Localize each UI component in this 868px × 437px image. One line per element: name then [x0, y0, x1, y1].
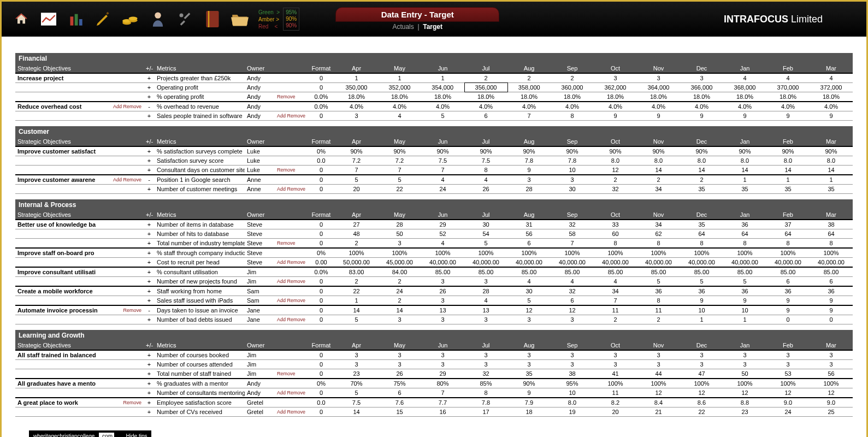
value-cell[interactable]: 2 [378, 277, 421, 287]
value-cell[interactable]: 370,000 [766, 83, 810, 92]
value-cell[interactable]: 80% [421, 379, 464, 388]
value-cell[interactable]: 18.0% [335, 92, 378, 102]
row-action-link[interactable]: Remove [277, 371, 296, 376]
value-cell[interactable]: 75% [378, 379, 421, 388]
value-cell[interactable]: 2 [594, 315, 637, 324]
value-cell[interactable]: 8.6 [680, 398, 723, 408]
value-cell[interactable]: 3 [464, 360, 507, 369]
value-cell[interactable]: 28 [507, 185, 551, 194]
value-cell[interactable]: 9 [723, 111, 766, 121]
value-cell[interactable]: 7 [378, 166, 421, 175]
value-cell[interactable]: 366,000 [680, 83, 723, 92]
value-cell[interactable]: 35 [680, 220, 723, 229]
value-cell[interactable]: 3 [723, 360, 766, 369]
row-action-link[interactable]: Add Remove [277, 409, 305, 415]
value-cell[interactable]: 14 [637, 166, 680, 175]
value-cell[interactable]: 10 [723, 305, 766, 315]
value-cell[interactable]: 8 [766, 239, 810, 249]
value-cell[interactable]: 40,000.00 [766, 258, 810, 268]
value-cell[interactable]: 8 [551, 111, 594, 121]
value-cell[interactable]: 40,000.00 [810, 258, 853, 268]
value-cell[interactable]: 3 [421, 350, 464, 360]
value-cell[interactable]: 9 [723, 296, 766, 306]
value-cell[interactable]: 18.0% [421, 92, 464, 102]
value-cell[interactable]: 35 [766, 185, 810, 194]
value-cell[interactable]: 24 [378, 286, 421, 296]
value-cell[interactable]: 4.0% [766, 102, 810, 111]
value-cell[interactable]: 5 [464, 239, 507, 249]
value-cell[interactable]: 3 [378, 315, 421, 324]
value-cell[interactable]: 34 [637, 185, 680, 194]
value-cell[interactable]: 4 [766, 73, 810, 83]
value-cell[interactable]: 8 [680, 239, 723, 249]
value-cell[interactable]: 7.5 [335, 398, 378, 408]
value-cell[interactable]: 1 [766, 175, 810, 185]
value-cell[interactable]: 8.0 [766, 156, 810, 166]
value-cell[interactable]: 3 [507, 315, 551, 324]
value-cell[interactable]: 7.9 [507, 398, 551, 408]
value-cell[interactable]: 7 [551, 239, 594, 249]
value-cell[interactable]: 22 [378, 185, 421, 194]
add-remove-link[interactable]: Remove [123, 308, 141, 313]
value-cell[interactable]: 64 [680, 229, 723, 239]
value-cell[interactable]: 2 [335, 239, 378, 249]
value-cell[interactable]: 34 [594, 286, 637, 296]
value-cell[interactable]: 12 [810, 388, 853, 398]
value-cell[interactable]: 100% [637, 248, 680, 258]
value-cell[interactable]: 31 [507, 220, 551, 229]
value-cell[interactable]: 5 [507, 296, 551, 306]
value-cell[interactable]: 19 [551, 408, 594, 417]
value-cell[interactable]: 100% [507, 248, 551, 258]
value-cell[interactable]: 4.0% [507, 102, 551, 111]
value-cell[interactable]: 40,000.00 [594, 258, 637, 268]
value-cell[interactable]: 33 [594, 220, 637, 229]
row-action-link[interactable]: Remove [277, 94, 296, 99]
value-cell[interactable]: 14 [378, 305, 421, 315]
value-cell[interactable]: 8 [464, 388, 507, 398]
value-cell[interactable]: 38 [810, 220, 853, 229]
book-icon[interactable] [204, 10, 221, 28]
value-cell[interactable]: 6 [378, 388, 421, 398]
value-cell[interactable]: 40,000.00 [421, 258, 464, 268]
value-cell[interactable]: 90% [507, 379, 551, 388]
value-cell[interactable]: 3 [594, 73, 637, 83]
value-cell[interactable]: 70% [335, 379, 378, 388]
value-cell[interactable]: 18.0% [810, 92, 853, 102]
value-cell[interactable]: 36 [680, 286, 723, 296]
value-cell[interactable]: 360,000 [551, 83, 594, 92]
value-cell[interactable]: 12 [680, 388, 723, 398]
value-cell[interactable]: 4 [421, 239, 464, 249]
value-cell[interactable]: 4.0% [335, 102, 378, 111]
value-cell[interactable]: 14 [766, 166, 810, 175]
value-cell[interactable]: 26 [378, 369, 421, 379]
value-cell[interactable]: 1 [723, 175, 766, 185]
value-cell[interactable]: 12 [766, 388, 810, 398]
value-cell[interactable]: 1 [810, 175, 853, 185]
value-cell[interactable]: 8.4 [637, 398, 680, 408]
value-cell[interactable]: 40,000.00 [507, 258, 551, 268]
value-cell[interactable]: 100% [637, 379, 680, 388]
value-cell[interactable]: 26 [421, 286, 464, 296]
value-cell[interactable]: 64 [723, 229, 766, 239]
value-cell[interactable]: 1 [723, 315, 766, 324]
value-cell[interactable]: 35 [680, 185, 723, 194]
value-cell[interactable]: 4 [464, 296, 507, 306]
value-cell[interactable]: 6 [551, 296, 594, 306]
value-cell[interactable]: 9.0 [810, 398, 853, 408]
value-cell[interactable]: 7.7 [421, 398, 464, 408]
value-cell[interactable]: 18.0% [637, 92, 680, 102]
value-cell[interactable]: 4 [464, 175, 507, 185]
value-cell[interactable]: 1 [378, 73, 421, 83]
value-cell[interactable]: 100% [680, 248, 723, 258]
value-cell[interactable]: 56 [507, 229, 551, 239]
value-cell[interactable]: 85.00 [766, 267, 810, 277]
value-cell[interactable]: 90% [421, 146, 464, 156]
value-cell[interactable]: 85.00 [680, 267, 723, 277]
value-cell[interactable]: 41 [594, 369, 637, 379]
value-cell[interactable]: 8.0 [723, 156, 766, 166]
value-cell[interactable]: 7.2 [335, 156, 378, 166]
value-cell[interactable]: 6 [766, 277, 810, 287]
person-icon[interactable] [149, 10, 167, 28]
hide-tips-button[interactable]: Hide tips [126, 433, 147, 437]
value-cell[interactable]: 85.00 [637, 267, 680, 277]
